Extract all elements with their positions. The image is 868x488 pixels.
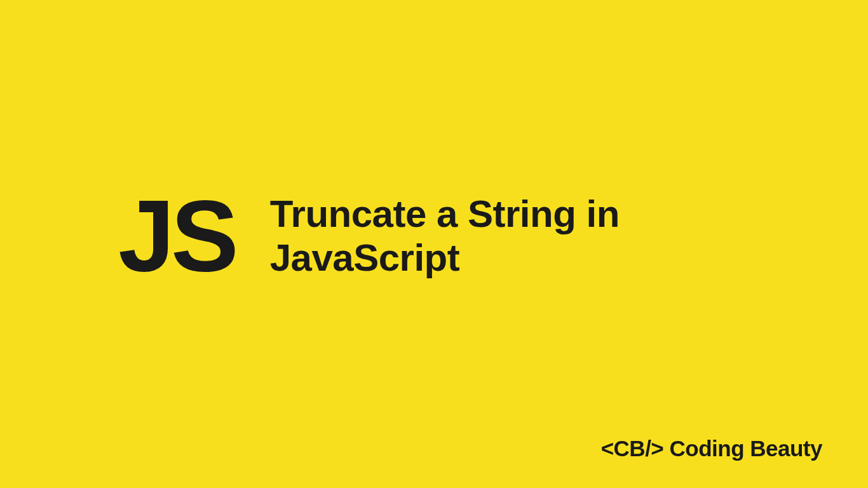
main-content: JS Truncate a String in JavaScript [0, 185, 868, 287]
article-title: Truncate a String in JavaScript [270, 192, 620, 280]
heading-line-2: JavaScript [270, 236, 460, 279]
heading-line-1: Truncate a String in [270, 193, 620, 235]
branding: <CB/> Coding Beauty [601, 436, 822, 461]
js-logo: JS [118, 185, 235, 287]
branding-tag: <CB/> [601, 436, 664, 461]
branding-name: Coding Beauty [670, 436, 822, 461]
